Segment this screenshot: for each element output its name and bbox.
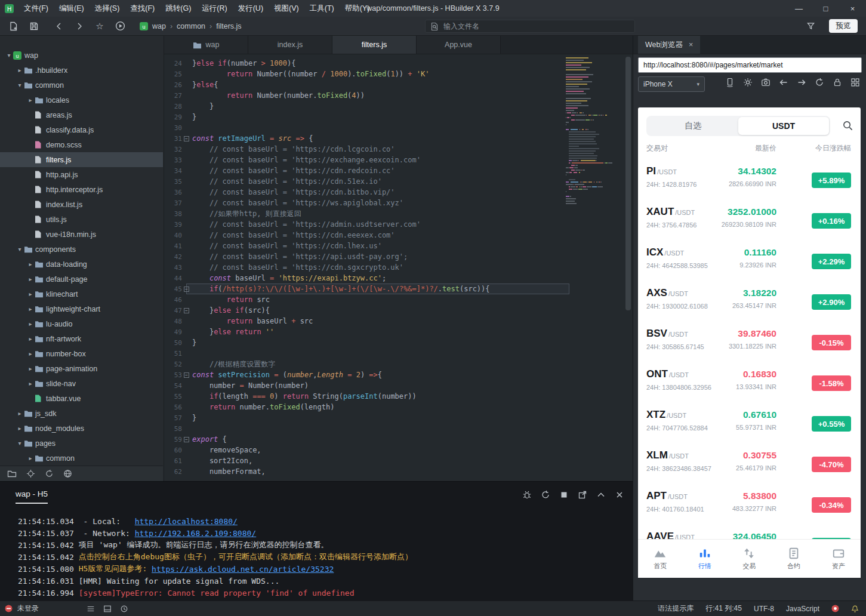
tabbar-item-合约[interactable]: 合约	[772, 540, 816, 578]
tree-item-wap[interactable]: ▾uwap	[0, 48, 163, 63]
tree-item-common[interactable]: ▸common	[0, 451, 163, 466]
tabbar-item-资产[interactable]: 资产	[816, 540, 861, 578]
message-sphere-icon[interactable]	[831, 605, 839, 612]
search-input[interactable]	[443, 22, 630, 30]
line-number[interactable]: 53	[164, 371, 182, 379]
breadcrumb-item-filters.js[interactable]: filters.js	[216, 22, 241, 30]
tree-item-data-loading[interactable]: ▸data-loading	[0, 257, 163, 272]
breadcrumb-item-wap[interactable]: wap	[152, 22, 166, 30]
tree-item-utils.js[interactable]: utils.js	[0, 212, 163, 227]
settings-gear-icon[interactable]	[743, 78, 753, 87]
line-number[interactable]: 48	[164, 318, 182, 325]
collapse-folders-icon[interactable]	[7, 470, 17, 478]
tree-item-nft-artwork[interactable]: ▸nft-artwork	[0, 331, 163, 346]
menu-item-发行(U)[interactable]: 发行(U)	[233, 0, 269, 17]
fold-marker-icon[interactable]: −	[182, 437, 191, 442]
line-number[interactable]: 35	[164, 178, 182, 186]
line-number[interactable]: 25	[164, 70, 182, 78]
panel-layout-icon[interactable]	[103, 605, 112, 613]
task-list-icon[interactable]	[87, 605, 95, 613]
minimize-button[interactable]: —	[785, 0, 812, 17]
refresh-icon[interactable]	[45, 469, 54, 478]
tree-item-slide-nav[interactable]: ▸slide-nav	[0, 376, 163, 391]
line-number[interactable]: 40	[164, 232, 182, 239]
tree-item-classify.data.js[interactable]: classify.data.js	[0, 122, 163, 137]
market-row-AXS[interactable]: AXS/USDT24H: 1930002.610683.18220263.451…	[638, 282, 861, 322]
console-link[interactable]: http://localhost:8080/	[135, 517, 238, 526]
console-tab[interactable]: wap - H5	[16, 489, 48, 504]
menu-item-文件(F)[interactable]: 文件(F)	[19, 0, 54, 17]
line-number[interactable]: 27	[164, 92, 182, 100]
chevron-down-icon[interactable]: ▾	[16, 440, 24, 446]
close-tab-icon[interactable]: ×	[689, 41, 693, 49]
device-selector[interactable]: iPhone X ▾	[638, 76, 705, 92]
line-number[interactable]: 50	[164, 339, 182, 347]
detach-icon[interactable]	[578, 490, 587, 500]
maximize-button[interactable]: □	[812, 0, 839, 17]
market-row-BSV[interactable]: BSV/USDT24H: 305865.6714539.874603301.18…	[638, 322, 861, 363]
login-status-label[interactable]: 未登录	[17, 603, 39, 614]
line-number[interactable]: 46	[164, 296, 182, 304]
editor-tab-index.js[interactable]: index.js	[248, 36, 332, 54]
market-row-ICX[interactable]: ICX/USDT24H: 4642588.539850.111609.23926…	[638, 241, 861, 282]
console-link[interactable]: http://192.168.2.109:8080/	[135, 529, 257, 538]
web-preview-icon[interactable]	[63, 469, 72, 478]
tree-item-areas.js[interactable]: areas.js	[0, 107, 163, 122]
menu-item-编辑(E)[interactable]: 编辑(E)	[54, 0, 90, 17]
chevron-right-icon[interactable]: ▸	[16, 410, 24, 417]
fold-marker-icon[interactable]: −	[182, 308, 191, 313]
editor-tab-wap[interactable]: wap	[164, 36, 248, 54]
clear-console-icon[interactable]	[615, 490, 624, 500]
tabbar-item-交易[interactable]: 交易	[727, 540, 772, 578]
chevron-down-icon[interactable]: ▾	[16, 82, 24, 88]
statusbar-item-1[interactable]: 行:41 列:45	[705, 603, 742, 614]
line-number[interactable]: 52	[164, 361, 182, 368]
file-search-box[interactable]	[425, 20, 635, 33]
locate-file-icon[interactable]	[26, 469, 35, 478]
line-number[interactable]: 28	[164, 103, 182, 110]
market-row-XLM[interactable]: XLM/USDT24H: 38623486.384570.3075525.461…	[638, 444, 861, 485]
restart-icon[interactable]	[541, 490, 550, 500]
tree-item-lu-audio[interactable]: ▸lu-audio	[0, 316, 163, 331]
chevron-right-icon[interactable]: ▸	[26, 365, 35, 372]
url-input[interactable]	[643, 61, 856, 69]
line-number[interactable]: 30	[164, 124, 182, 132]
tree-item-klinechart[interactable]: ▸klinechart	[0, 287, 163, 301]
close-button[interactable]: ×	[839, 0, 866, 17]
history-icon[interactable]	[120, 605, 128, 613]
tree-item-locales[interactable]: ▸locales	[0, 93, 163, 107]
tree-item-default-page[interactable]: ▸default-page	[0, 272, 163, 287]
line-number[interactable]: 59	[164, 436, 182, 443]
menu-item-视图(V)[interactable]: 视图(V)	[269, 0, 304, 17]
tree-item-components[interactable]: ▾components	[0, 242, 163, 257]
stop-icon[interactable]	[559, 490, 569, 500]
chevron-right-icon[interactable]: ▸	[16, 425, 24, 432]
market-row-APT[interactable]: APT/USDT24H: 401760.184015.83800483.3227…	[638, 485, 861, 525]
chevron-right-icon[interactable]: ▸	[26, 380, 35, 387]
rotate-device-icon[interactable]	[725, 78, 735, 87]
chevron-right-icon[interactable]: ▸	[26, 350, 35, 357]
line-number[interactable]: 33	[164, 156, 182, 164]
line-number[interactable]: 56	[164, 404, 182, 411]
chevron-right-icon[interactable]: ▸	[26, 335, 35, 342]
save-button[interactable]	[24, 19, 44, 34]
tree-item-lightweight-chart[interactable]: ▸lightweight-chart	[0, 301, 163, 316]
market-row-AAVE[interactable]: AAVE/USDT324.06450	[638, 525, 861, 539]
market-row-XAUT[interactable]: XAUT/USDT24H: 3756.478563252.01000269230…	[638, 201, 861, 241]
screenshot-icon[interactable]	[761, 78, 771, 87]
line-number[interactable]: 26	[164, 81, 182, 89]
editor-tab-App.vue[interactable]: App.vue	[417, 36, 501, 54]
line-number[interactable]: 36	[164, 189, 182, 196]
filter-funnel-icon[interactable]	[800, 19, 821, 34]
debug-icon[interactable]	[522, 490, 532, 500]
market-tab-USDT[interactable]: USDT	[738, 117, 829, 135]
tree-item-common[interactable]: ▾common	[0, 78, 163, 93]
line-number[interactable]: 45	[164, 285, 182, 293]
tree-item-.hbuilderx[interactable]: ▸.hbuilderx	[0, 63, 163, 78]
line-number[interactable]: 51	[164, 350, 182, 358]
line-number[interactable]: 61	[164, 457, 182, 465]
line-number[interactable]: 44	[164, 275, 182, 282]
new-file-button[interactable]	[4, 19, 24, 34]
fold-marker-icon[interactable]: −	[182, 287, 191, 292]
qr-grid-icon[interactable]	[850, 78, 860, 87]
